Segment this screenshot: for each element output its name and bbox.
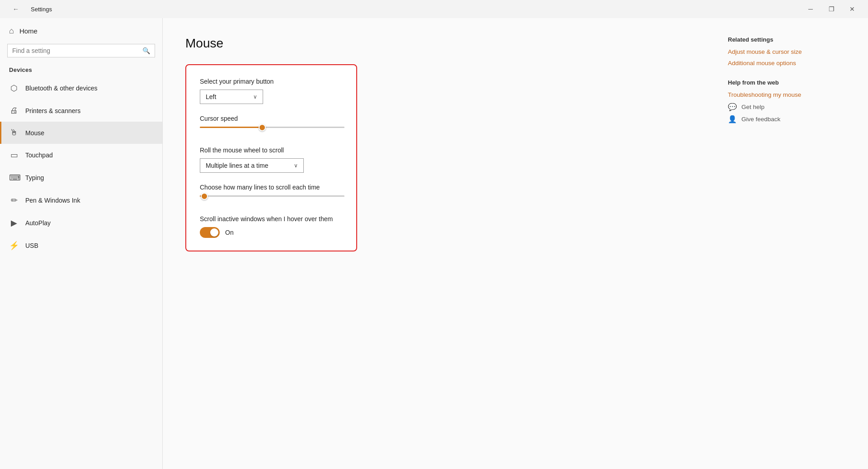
related-settings-title: Related settings (728, 36, 854, 43)
printers-icon: 🖨 (9, 106, 19, 115)
autoplay-icon: ▶ (9, 218, 19, 228)
scroll-lines-track (200, 195, 344, 197)
minimize-button[interactable]: ─ (800, 2, 821, 16)
bluetooth-icon: ⬡ (9, 83, 19, 93)
scroll-wheel-group: Roll the mouse wheel to scroll Multiple … (200, 147, 343, 173)
usb-icon: ⚡ (9, 241, 19, 251)
titlebar-title: Settings (31, 6, 52, 13)
sidebar-item-label-usb: USB (25, 242, 38, 249)
cursor-speed-fill (200, 127, 262, 128)
main-content: Mouse Select your primary button Left ∨ … (163, 18, 714, 469)
sidebar: ⌂ Home 🔍 Devices ⬡ Bluetooth & other dev… (0, 18, 163, 469)
primary-button-label: Select your primary button (200, 78, 343, 85)
pen-icon: ✏ (9, 195, 19, 205)
adjust-cursor-link[interactable]: Adjust mouse & cursor size (728, 48, 854, 55)
scroll-lines-thumb[interactable] (201, 193, 208, 200)
sidebar-item-printers[interactable]: 🖨 Printers & scanners (0, 99, 162, 122)
primary-button-dropdown[interactable]: Left ∨ (200, 90, 263, 104)
search-box[interactable]: 🔍 (7, 44, 155, 57)
give-feedback-icon: 👤 (728, 115, 737, 123)
sidebar-item-typing[interactable]: ⌨ Typing (0, 166, 162, 189)
titlebar-controls: ─ ❐ ✕ (800, 2, 863, 16)
scroll-wheel-arrow: ∨ (294, 162, 298, 169)
toggle-knob (210, 228, 218, 237)
scroll-wheel-label: Roll the mouse wheel to scroll (200, 147, 343, 154)
scroll-lines-group: Choose how many lines to scroll each tim… (200, 184, 343, 204)
titlebar: ← Settings ─ ❐ ✕ (0, 0, 868, 18)
close-button[interactable]: ✕ (842, 2, 863, 16)
cursor-speed-group: Cursor speed (200, 115, 343, 136)
scroll-lines-label: Choose how many lines to scroll each tim… (200, 184, 343, 191)
app-body: ⌂ Home 🔍 Devices ⬡ Bluetooth & other dev… (0, 18, 868, 469)
sidebar-item-label-pen: Pen & Windows Ink (25, 197, 80, 204)
titlebar-left: ← Settings (5, 2, 52, 16)
home-label: Home (19, 27, 38, 35)
cursor-speed-track (200, 127, 344, 128)
sidebar-item-label-printers: Printers & scanners (25, 107, 80, 114)
troubleshooting-link[interactable]: Troubleshooting my mouse (728, 91, 854, 98)
sidebar-item-label-touchpad: Touchpad (25, 152, 53, 159)
sidebar-section-title: Devices (0, 63, 162, 77)
sidebar-item-pen[interactable]: ✏ Pen & Windows Ink (0, 189, 162, 212)
home-icon: ⌂ (9, 26, 14, 36)
cursor-speed-label: Cursor speed (200, 115, 343, 122)
sidebar-item-usb[interactable]: ⚡ USB (0, 234, 162, 257)
scroll-inactive-toggle-container: On (200, 227, 343, 238)
primary-button-group: Select your primary button Left ∨ (200, 78, 343, 104)
sidebar-item-label-bluetooth: Bluetooth & other devices (25, 85, 98, 92)
primary-button-value: Left (206, 93, 216, 100)
right-panel: Related settings Adjust mouse & cursor s… (714, 18, 868, 469)
sidebar-item-label-typing: Typing (25, 174, 44, 181)
back-button[interactable]: ← (5, 2, 26, 16)
scroll-wheel-dropdown[interactable]: Multiple lines at a time ∨ (200, 158, 304, 173)
sidebar-item-label-autoplay: AutoPlay (25, 219, 51, 227)
sidebar-item-label-mouse: Mouse (25, 129, 44, 137)
mouse-icon: 🖱 (9, 128, 19, 137)
cursor-speed-thumb[interactable] (259, 124, 266, 131)
sidebar-item-mouse[interactable]: 🖱 Mouse (0, 122, 162, 144)
additional-mouse-link[interactable]: Additional mouse options (728, 60, 854, 66)
scroll-wheel-value: Multiple lines at a time (206, 162, 269, 169)
sidebar-item-touchpad[interactable]: ▭ Touchpad (0, 144, 162, 166)
sidebar-item-home[interactable]: ⌂ Home (0, 18, 162, 44)
scroll-lines-slider-container (200, 195, 344, 204)
cursor-speed-slider-container (200, 127, 344, 136)
scroll-inactive-toggle[interactable] (200, 227, 220, 238)
sidebar-item-autoplay[interactable]: ▶ AutoPlay (0, 212, 162, 234)
primary-button-arrow: ∨ (253, 94, 257, 100)
search-icon: 🔍 (142, 47, 150, 54)
get-help-action[interactable]: 💬 Get help (728, 103, 854, 111)
get-help-label: Get help (741, 104, 764, 110)
mouse-settings-card: Select your primary button Left ∨ Cursor… (185, 64, 357, 251)
maximize-button[interactable]: ❐ (821, 2, 842, 16)
typing-icon: ⌨ (9, 173, 19, 183)
give-feedback-action[interactable]: 👤 Give feedback (728, 115, 854, 123)
scroll-inactive-state: On (225, 229, 234, 236)
page-title: Mouse (185, 36, 692, 51)
help-title: Help from the web (728, 79, 854, 86)
give-feedback-label: Give feedback (741, 116, 780, 123)
scroll-inactive-group: Scroll inactive windows when I hover ove… (200, 215, 343, 238)
scroll-inactive-label: Scroll inactive windows when I hover ove… (200, 215, 343, 223)
sidebar-item-bluetooth[interactable]: ⬡ Bluetooth & other devices (0, 77, 162, 99)
search-input[interactable] (12, 47, 139, 54)
touchpad-icon: ▭ (9, 150, 19, 160)
get-help-icon: 💬 (728, 103, 737, 111)
